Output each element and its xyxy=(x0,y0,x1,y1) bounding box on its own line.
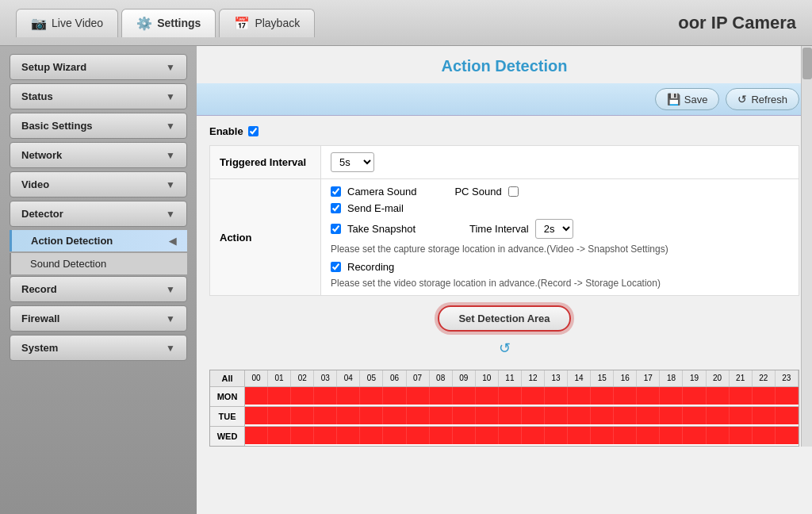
recording-checkbox[interactable] xyxy=(331,262,341,272)
schedule-cell[interactable] xyxy=(637,407,660,424)
schedule-cell[interactable] xyxy=(291,387,314,405)
schedule-cell[interactable] xyxy=(268,387,291,405)
schedule-cell[interactable] xyxy=(360,387,383,405)
schedule-cell[interactable] xyxy=(660,407,683,424)
schedule-cell[interactable] xyxy=(730,407,753,424)
schedule-cell[interactable] xyxy=(683,427,706,444)
sidebar-sub-item-action-detection[interactable]: Action Detection ◀ xyxy=(10,230,187,251)
schedule-cell[interactable] xyxy=(430,427,453,444)
schedule-cell[interactable] xyxy=(614,407,637,424)
schedule-cell[interactable] xyxy=(245,387,268,405)
sidebar-item-network[interactable]: Network ▼ xyxy=(10,142,187,168)
schedule-cell[interactable] xyxy=(776,387,799,405)
schedule-cell[interactable] xyxy=(683,407,706,424)
refresh-button[interactable]: ↺ Refresh xyxy=(726,88,799,110)
tab-playback[interactable]: 📅 Playback xyxy=(219,9,315,37)
schedule-cell[interactable] xyxy=(453,387,476,405)
schedule-cell[interactable] xyxy=(730,427,753,444)
schedule-cell[interactable] xyxy=(545,427,568,444)
schedule-cell[interactable] xyxy=(707,387,730,405)
sidebar-sub-item-sound-detection[interactable]: Sound Detection xyxy=(10,253,187,274)
schedule-cell[interactable] xyxy=(591,407,614,424)
schedule-cell[interactable] xyxy=(268,407,291,424)
schedule-cell[interactable] xyxy=(383,407,406,424)
schedule-cell[interactable] xyxy=(683,387,706,405)
schedule-cell[interactable] xyxy=(314,387,337,405)
schedule-cell[interactable] xyxy=(245,407,268,424)
sidebar-item-detector[interactable]: Detector ▼ xyxy=(10,201,187,227)
schedule-cell[interactable] xyxy=(499,387,522,405)
sidebar-item-video[interactable]: Video ▼ xyxy=(10,171,187,198)
schedule-cell[interactable] xyxy=(314,407,337,424)
schedule-cell[interactable] xyxy=(776,407,799,424)
schedule-cell[interactable] xyxy=(568,407,591,424)
action-cell: Camera Sound PC Sound Send E-mail xyxy=(321,179,799,296)
schedule-cell[interactable] xyxy=(614,387,637,405)
schedule-cell[interactable] xyxy=(476,427,499,444)
schedule-cell[interactable] xyxy=(383,427,406,444)
schedule-cell[interactable] xyxy=(591,427,614,444)
schedule-cell[interactable] xyxy=(730,387,753,405)
schedule-cell[interactable] xyxy=(430,407,453,424)
schedule-cell[interactable] xyxy=(268,427,291,444)
take-snapshot-checkbox[interactable] xyxy=(331,224,341,234)
schedule-cell[interactable] xyxy=(314,427,337,444)
schedule-cell[interactable] xyxy=(568,387,591,405)
schedule-cell[interactable] xyxy=(499,407,522,424)
schedule-cell[interactable] xyxy=(245,427,268,444)
schedule-cell[interactable] xyxy=(407,387,430,405)
schedule-cell[interactable] xyxy=(568,427,591,444)
send-email-checkbox[interactable] xyxy=(331,203,341,213)
schedule-cell[interactable] xyxy=(660,427,683,444)
schedule-cell[interactable] xyxy=(753,407,776,424)
schedule-cell[interactable] xyxy=(476,387,499,405)
camera-sound-checkbox[interactable] xyxy=(331,186,341,197)
schedule-cell[interactable] xyxy=(591,387,614,405)
tab-live-video[interactable]: 📷 Live Video xyxy=(16,9,118,37)
schedule-cell[interactable] xyxy=(291,427,314,444)
schedule-cell[interactable] xyxy=(407,427,430,444)
schedule-cell[interactable] xyxy=(614,427,637,444)
tab-settings[interactable]: ⚙️ Settings xyxy=(121,9,216,37)
schedule-cell[interactable] xyxy=(545,407,568,424)
schedule-cell[interactable] xyxy=(637,387,660,405)
right-scrollbar[interactable] xyxy=(801,46,812,447)
schedule-cell[interactable] xyxy=(360,407,383,424)
enable-checkbox[interactable] xyxy=(248,126,259,136)
save-button[interactable]: 💾 Save xyxy=(655,88,720,110)
schedule-cell[interactable] xyxy=(407,407,430,424)
schedule-cell[interactable] xyxy=(522,387,545,405)
schedule-cell[interactable] xyxy=(753,387,776,405)
schedule-cell[interactable] xyxy=(337,387,360,405)
toolbar: 💾 Save ↺ Refresh xyxy=(197,83,812,116)
sidebar-item-basic-settings[interactable]: Basic Settings ▼ xyxy=(10,113,187,139)
sidebar-item-system[interactable]: System ▼ xyxy=(10,335,187,361)
schedule-cell[interactable] xyxy=(453,427,476,444)
schedule-cell[interactable] xyxy=(383,387,406,405)
schedule-cell[interactable] xyxy=(430,387,453,405)
schedule-cell[interactable] xyxy=(637,427,660,444)
sidebar-item-record[interactable]: Record ▼ xyxy=(10,276,187,302)
triggered-interval-select[interactable]: 5s 1s 2s 3s 4s 10s 15s 30s 60s xyxy=(331,152,374,172)
schedule-cell[interactable] xyxy=(776,427,799,444)
sidebar-item-status[interactable]: Status ▼ xyxy=(10,83,187,109)
set-detection-area-button[interactable]: Set Detection Area xyxy=(438,305,570,332)
schedule-cell[interactable] xyxy=(291,407,314,424)
sidebar-item-firewall[interactable]: Firewall ▼ xyxy=(10,305,187,332)
schedule-cell[interactable] xyxy=(337,427,360,444)
schedule-cell[interactable] xyxy=(707,427,730,444)
schedule-cell[interactable] xyxy=(707,407,730,424)
schedule-cell[interactable] xyxy=(476,407,499,424)
pc-sound-checkbox[interactable] xyxy=(508,186,519,197)
schedule-cell[interactable] xyxy=(522,407,545,424)
schedule-cell[interactable] xyxy=(453,407,476,424)
schedule-cell[interactable] xyxy=(545,387,568,405)
schedule-cell[interactable] xyxy=(499,427,522,444)
schedule-cell[interactable] xyxy=(660,387,683,405)
schedule-cell[interactable] xyxy=(753,427,776,444)
time-interval-select[interactable]: 2s 1s 3s 5s xyxy=(535,219,573,239)
schedule-cell[interactable] xyxy=(360,427,383,444)
schedule-cell[interactable] xyxy=(522,427,545,444)
sidebar-item-setup-wizard[interactable]: Setup Wizard ▼ xyxy=(10,54,187,80)
schedule-cell[interactable] xyxy=(337,407,360,424)
